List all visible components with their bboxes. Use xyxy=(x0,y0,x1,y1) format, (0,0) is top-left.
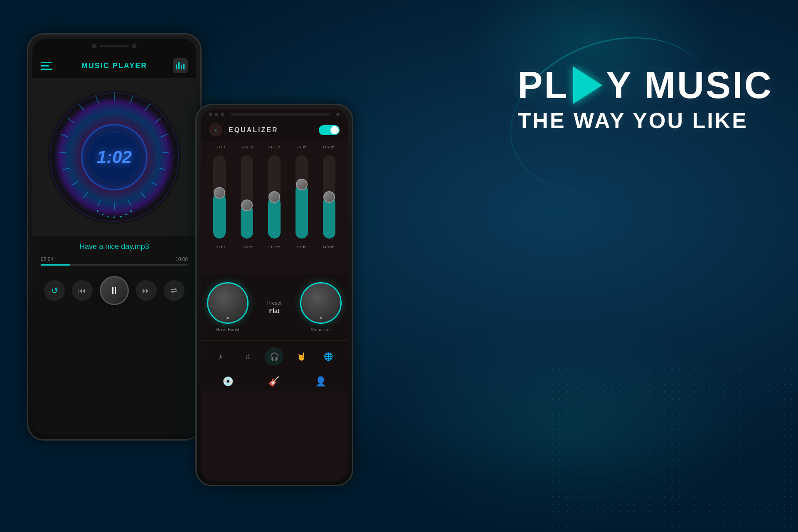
freq-label-230hz-top: 230 Hz xyxy=(239,145,256,149)
knob-indicator-virt xyxy=(320,317,322,319)
eq-band-4[interactable] xyxy=(296,155,308,239)
bass-boost-container: Bass Boost xyxy=(207,282,249,332)
time-labels: 02:04 10:00 xyxy=(41,256,188,262)
freq-labels-top: 60 Hz 230 Hz 910 Hz 3 kHz 14 kHz xyxy=(207,145,342,149)
hero-text-block: PL Y MUSIC THE WAY YOU LIKE xyxy=(518,66,773,133)
camera-phone2 xyxy=(336,113,340,116)
total-time: 10:00 xyxy=(175,256,188,262)
repeat-icon: ↺ xyxy=(51,286,58,296)
preset-title: Preset xyxy=(253,300,296,306)
eq-handle-3[interactable] xyxy=(268,191,280,203)
headphones-icon: 🎧 xyxy=(270,352,279,361)
play-pause-button[interactable]: ⏸ xyxy=(100,276,129,305)
freq-label-3khz-bot: 3 kHz xyxy=(293,245,310,249)
progress-track[interactable] xyxy=(41,264,188,266)
eq-band-3[interactable] xyxy=(268,155,281,239)
eq-toggle[interactable] xyxy=(319,125,340,135)
prev-button[interactable]: ⏮ xyxy=(72,280,93,301)
menu-line-2 xyxy=(41,65,49,66)
eq-handle-2[interactable] xyxy=(241,200,253,211)
knob-indicator-bass xyxy=(227,317,229,319)
track-name: Have a nice day.mp3 xyxy=(79,242,149,251)
repeat-button[interactable]: ↺ xyxy=(44,280,65,301)
camera-sensor1 xyxy=(92,44,96,48)
eq-settings-button[interactable] xyxy=(173,58,188,73)
play-text-y-music: Y MUSIC xyxy=(606,66,773,104)
extra-icon-2[interactable]: 🎸 xyxy=(268,376,280,387)
dot-grid-decoration xyxy=(549,366,798,532)
back-arrow-icon: ‹ xyxy=(215,127,217,133)
bass-boost-label: Bass Boost xyxy=(216,327,239,332)
eq-icon-graphic xyxy=(176,62,185,69)
play-text-pl: PL xyxy=(518,66,569,104)
track-timer: 1:02 xyxy=(97,147,132,167)
extra-icon-3[interactable]: 👤 xyxy=(315,376,326,387)
shuffle-button[interactable]: ⇌ xyxy=(164,280,185,301)
nav-online-icon[interactable]: 🌐 xyxy=(319,347,337,366)
preset-value: Flat xyxy=(253,308,296,314)
track-info: Have a nice day.mp3 xyxy=(32,236,196,254)
eq-band-2[interactable] xyxy=(241,155,253,239)
eq-bar-3 xyxy=(181,65,182,69)
eq-bar-2 xyxy=(178,62,180,69)
nav-playlist-icon[interactable]: ♬ xyxy=(238,347,257,366)
bass-boost-knob[interactable] xyxy=(207,282,249,324)
current-time: 02:04 xyxy=(41,256,53,262)
eq-handle-4[interactable] xyxy=(296,179,308,190)
music-note-icon: ♪ xyxy=(219,352,222,361)
nav-gesture-icon[interactable]: 🤘 xyxy=(292,347,310,366)
sliders-row xyxy=(207,151,342,243)
svg-point-29 xyxy=(113,217,115,218)
status-bar-phone2 xyxy=(201,109,348,119)
freq-label-910hz-top: 910 Hz xyxy=(266,145,283,149)
bottom-nav: ♪ ♬ 🎧 🤘 🌐 xyxy=(201,340,348,372)
freq-label-14khz-bot: 14 kHz xyxy=(320,245,337,249)
eq-band-1[interactable] xyxy=(213,155,226,239)
album-art-container: 1:02 xyxy=(32,78,196,236)
eq-header: ‹ EQUALIZER xyxy=(201,119,348,141)
next-button[interactable]: ⏭ xyxy=(136,280,157,301)
freq-label-14khz-top: 14 kHz xyxy=(320,145,337,149)
camera-lens1 xyxy=(132,44,136,48)
vinyl-record: 1:02 xyxy=(48,91,181,224)
virtualizer-knob[interactable] xyxy=(300,282,342,324)
next-icon: ⏭ xyxy=(142,286,150,296)
freq-label-3khz-top: 3 kHz xyxy=(293,145,310,149)
svg-point-26 xyxy=(97,210,99,212)
eq-fill-3 xyxy=(268,197,281,239)
eq-handle-5[interactable] xyxy=(323,191,335,203)
nav-music-icon[interactable]: ♪ xyxy=(211,347,230,366)
toggle-knob xyxy=(330,126,339,134)
hand-icon: 🤘 xyxy=(297,352,306,361)
player-header: MUSIC PLAYER xyxy=(32,53,196,78)
progress-fill xyxy=(41,264,70,266)
eq-fill-5 xyxy=(323,197,335,239)
speaker-phone1 xyxy=(100,45,129,47)
phone2-equalizer: ‹ EQUALIZER 60 Hz 230 Hz 910 Hz 3 kHz 14… xyxy=(195,104,353,486)
prev-icon: ⏮ xyxy=(78,286,86,296)
nav-headphone-icon[interactable]: 🎧 xyxy=(265,347,283,366)
eq-sliders-area: 60 Hz 230 Hz 910 Hz 3 kHz 14 kHz xyxy=(201,141,348,274)
freq-label-60hz-bot: 60 Hz xyxy=(212,245,229,249)
status-dot-1 xyxy=(209,113,212,116)
freq-labels-bottom: 60 Hz 230 Hz 910 Hz 3 kHz 14 kHz xyxy=(207,245,342,249)
svg-point-32 xyxy=(130,210,132,212)
phone1-music-player: MUSIC PLAYER xyxy=(27,33,202,441)
speaker-bar2 xyxy=(231,113,330,116)
menu-line-1 xyxy=(41,62,52,63)
player-title: MUSIC PLAYER xyxy=(81,62,147,70)
play-triangle-icon xyxy=(573,66,602,104)
freq-label-60hz-top: 60 Hz xyxy=(212,145,229,149)
eq-fill-1 xyxy=(213,193,226,239)
freq-label-910hz-bot: 910 Hz xyxy=(266,245,283,249)
virtualizer-container: Virtualizer xyxy=(300,282,342,332)
extra-icon-1[interactable]: 💿 xyxy=(222,376,234,387)
menu-button[interactable] xyxy=(41,58,56,73)
playlist-icon: ♬ xyxy=(244,352,250,361)
extra-nav-row: 💿 🎸 👤 xyxy=(201,372,348,391)
svg-point-28 xyxy=(107,216,108,217)
svg-point-31 xyxy=(125,214,127,215)
back-button[interactable]: ‹ xyxy=(209,123,222,137)
play-music-title: PL Y MUSIC xyxy=(518,66,773,104)
eq-band-5[interactable] xyxy=(323,155,335,239)
